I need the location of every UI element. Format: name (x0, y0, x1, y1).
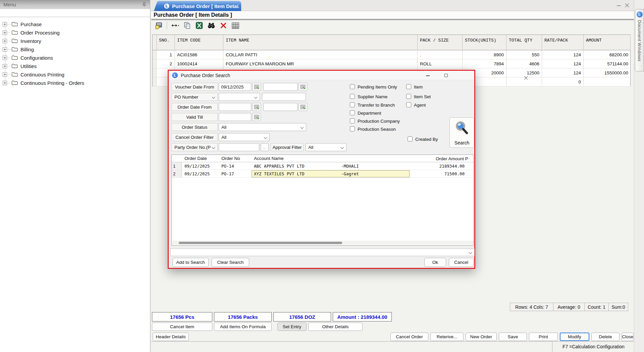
tab-document-windows[interactable]: L Document Windows (635, 9, 644, 71)
approval-filter-select[interactable]: All (306, 143, 346, 151)
expand-icon[interactable] (3, 64, 7, 68)
grid-cell[interactable]: ACI01586 (175, 50, 223, 59)
grid-cell[interactable]: 124 (542, 68, 584, 77)
production-season-checkbox[interactable] (350, 126, 355, 131)
grid-cell[interactable] (584, 77, 631, 86)
party-order-no-input[interactable] (219, 143, 259, 151)
col-header[interactable]: Order Amount P (436, 155, 468, 162)
add-to-search-button[interactable]: Add to Search (172, 258, 209, 267)
grid-cell[interactable]: . (418, 50, 463, 59)
production-company-checkbox[interactable] (350, 118, 355, 123)
result-row[interactable]: 1 09/12/2025 PO-14 ABC APPARELS PVT LTD … (172, 162, 474, 170)
expand-icon[interactable] (3, 81, 7, 85)
scrollbar-thumb[interactable] (179, 242, 342, 244)
order-status-select[interactable]: All (219, 123, 306, 131)
item-row[interactable]: 1 ACI01586 COLLAR PATTI . 8900 550 124 6… (153, 50, 630, 59)
row-selector[interactable] (153, 50, 157, 59)
tab-purchase-order[interactable]: L Purchase Order [ Item Detai... (158, 1, 241, 11)
grid-view-icon[interactable] (231, 21, 239, 30)
calendar-icon[interactable] (252, 103, 261, 111)
voucher-date-from-label[interactable]: Voucher Date From (171, 83, 218, 91)
sidebar-item-continuous-printing-orders[interactable]: Continuous Printing - Orders (3, 79, 84, 86)
expand-icon[interactable] (3, 31, 7, 35)
col-header[interactable]: STOCK(UNITS) (463, 35, 506, 50)
row-selector[interactable] (153, 77, 157, 86)
grid-cell[interactable]: 1550000.00 (584, 68, 631, 77)
grid-cell[interactable]: 550 (506, 50, 542, 59)
grid-cell[interactable]: 7894 (463, 59, 506, 68)
column-resize-icon[interactable] (171, 21, 179, 30)
grid-cell[interactable]: 68200.00 (584, 50, 631, 59)
po-number-selector[interactable]: PO Number (171, 93, 218, 101)
col-header[interactable]: ITEM NAME (223, 35, 418, 50)
entry-form-icon[interactable] (155, 21, 163, 30)
col-header[interactable]: Order Date (182, 155, 219, 162)
dialog-maximize-icon[interactable] (444, 74, 448, 77)
other-details-button[interactable]: Other Details (308, 322, 363, 331)
sidebar-item-inventory[interactable]: Inventory (3, 37, 41, 45)
created-by-checkbox[interactable] (408, 136, 413, 141)
result-cell[interactable]: 09/12/2025 (182, 162, 219, 170)
supplier-name-checkbox[interactable] (350, 94, 355, 99)
cancel-button[interactable]: Cancel (449, 258, 474, 267)
col-header[interactable]: Account Name (251, 155, 410, 162)
grid-cell[interactable]: 571144.00 (584, 59, 631, 68)
clear-search-button[interactable]: Clear Search (212, 258, 249, 267)
sidebar-item-configurations[interactable]: Configurations (3, 54, 53, 61)
order-date-from-label[interactable]: Order Date From (171, 103, 218, 111)
sidebar-item-utilities[interactable]: Utilities (3, 62, 37, 70)
sidebar-item-purchase[interactable]: Purchase (3, 20, 42, 28)
grid-cell[interactable]: 2 (157, 59, 175, 68)
expand-icon[interactable] (3, 47, 7, 52)
item-checkbox[interactable] (406, 84, 411, 89)
sidebar-item-billing[interactable]: Billing (3, 46, 34, 53)
copy-icon[interactable] (183, 21, 191, 30)
delete-button[interactable]: Delete (591, 333, 620, 341)
sidebar-item-continuous-printing[interactable]: Continuous Printing (3, 71, 64, 78)
grid-cell[interactable]: ROLL (418, 59, 463, 68)
result-cell[interactable]: 2189344.00 (410, 162, 472, 170)
expand-icon[interactable] (3, 56, 7, 60)
calendar-icon[interactable] (299, 83, 307, 91)
expand-icon[interactable] (3, 39, 7, 43)
result-cell[interactable]: PO-14 (219, 162, 251, 170)
valid-till-input[interactable] (219, 113, 251, 121)
find-icon[interactable] (207, 21, 215, 30)
export-excel-icon[interactable] (195, 21, 203, 30)
voucher-date-to-input[interactable] (263, 83, 298, 91)
grid-cell[interactable]: FOURWAY LYCRA MAROON MR (223, 59, 418, 68)
cancel-order-button[interactable]: Cancel Order (390, 333, 428, 341)
collapsed-combo-row[interactable] (170, 248, 475, 256)
approval-filter-label[interactable]: Approval Filter (271, 143, 304, 151)
result-cell-selected[interactable]: XYZ TEXTILES PVT LTD -Gagret (251, 170, 410, 178)
pin-icon[interactable] (142, 2, 147, 7)
result-cell[interactable]: PO-17 (219, 170, 251, 178)
grid-cell[interactable]: COLLAR PATTI (223, 50, 418, 59)
cancel-item-button[interactable]: Cancel Item (152, 322, 212, 331)
grid-cell[interactable]: 8900 (463, 50, 506, 59)
party-order-no-selector[interactable]: Party Order No.(PO (171, 143, 218, 151)
col-header[interactable]: Order No (219, 155, 251, 162)
expand-icon[interactable] (3, 72, 7, 77)
result-row[interactable]: 2 09/12/2025 PO-17 XYZ TEXTILES PVT LTD … (172, 170, 474, 178)
result-cell[interactable]: 09/12/2025 (182, 170, 219, 178)
po-number-combo[interactable] (219, 93, 260, 101)
add-items-on-formula-button[interactable]: Add Items On Formula (214, 322, 272, 331)
row-selector[interactable] (153, 68, 157, 77)
dialog-titlebar[interactable]: L Purchase Order Search (169, 71, 474, 80)
transfer-to-branch-checkbox[interactable] (350, 102, 355, 107)
grid-cell[interactable]: 4606 (506, 59, 542, 68)
item-set-checkbox[interactable] (406, 94, 411, 99)
item-row[interactable]: 2 10002414 FOURWAY LYCRA MAROON MR ROLL … (153, 59, 630, 68)
ok-button[interactable]: Ok (424, 258, 446, 267)
grid-cell[interactable]: 124 (542, 50, 584, 59)
grid-cell[interactable]: 1 (157, 50, 175, 59)
save-button[interactable]: Save (499, 333, 527, 341)
horizontal-scrollbar[interactable] (172, 241, 474, 245)
search-button[interactable]: Search (449, 117, 474, 148)
col-header[interactable]: TOTAL QTY (506, 35, 542, 50)
party-order-no-browse-button[interactable]: ... (261, 143, 269, 151)
delete-row-icon[interactable] (219, 21, 227, 30)
grid-cell[interactable]: 124 (542, 59, 584, 68)
sidebar-item-order-processing[interactable]: Order Processing (3, 29, 60, 36)
